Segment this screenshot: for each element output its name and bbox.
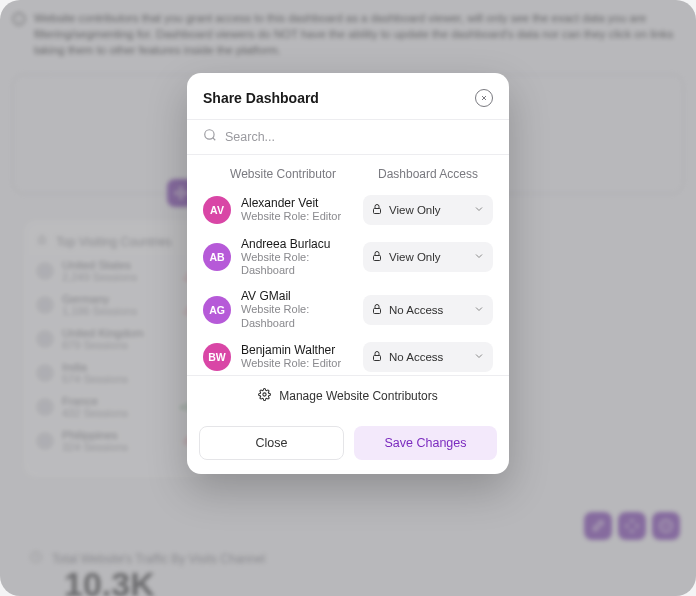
svg-rect-17 bbox=[374, 355, 381, 360]
svg-line-13 bbox=[213, 138, 216, 141]
contributor-name: Benjamin Walther bbox=[241, 343, 353, 357]
access-value: No Access bbox=[389, 304, 443, 316]
contributor-row: AV Alexander Veit Website Role: Editor V… bbox=[199, 189, 497, 231]
contributor-name: Andreea Burlacu bbox=[241, 237, 353, 251]
contributor-role: Website Role: Editor bbox=[241, 357, 353, 370]
close-icon[interactable] bbox=[475, 89, 493, 107]
chevron-down-icon bbox=[473, 203, 485, 217]
avatar: AB bbox=[203, 243, 231, 271]
svg-rect-16 bbox=[374, 308, 381, 313]
svg-point-12 bbox=[205, 130, 214, 139]
svg-rect-15 bbox=[374, 256, 381, 261]
col-access: Dashboard Access bbox=[363, 167, 493, 181]
chevron-down-icon bbox=[473, 303, 485, 317]
avatar: AV bbox=[203, 196, 231, 224]
col-contributor: Website Contributor bbox=[203, 167, 363, 181]
lock-icon bbox=[371, 350, 383, 364]
access-value: No Access bbox=[389, 351, 443, 363]
access-value: View Only bbox=[389, 251, 441, 263]
access-select[interactable]: View Only bbox=[363, 195, 493, 225]
search-input[interactable] bbox=[225, 130, 493, 144]
svg-point-19 bbox=[263, 393, 266, 396]
contributor-name: AV GMail bbox=[241, 289, 353, 303]
contributor-role: Website Role: Dashboard bbox=[241, 251, 353, 277]
save-changes-button[interactable]: Save Changes bbox=[354, 426, 497, 460]
share-dashboard-modal: Share Dashboard Website Contributor Dash… bbox=[187, 73, 509, 474]
contributor-row: AG AV GMail Website Role: Dashboard No A… bbox=[199, 283, 497, 335]
avatar: BW bbox=[203, 343, 231, 371]
chevron-down-icon bbox=[473, 250, 485, 264]
contributor-role: Website Role: Dashboard bbox=[241, 303, 353, 329]
svg-rect-14 bbox=[374, 209, 381, 214]
access-select[interactable]: No Access bbox=[363, 342, 493, 372]
contributor-row: AB Andreea Burlacu Website Role: Dashboa… bbox=[199, 231, 497, 283]
contributor-row: BW Benjamin Walther Website Role: Editor… bbox=[199, 336, 497, 375]
access-value: View Only bbox=[389, 204, 441, 216]
contributor-name: Alexander Veit bbox=[241, 196, 353, 210]
contributor-role: Website Role: Editor bbox=[241, 210, 353, 223]
avatar: AG bbox=[203, 296, 231, 324]
gear-icon bbox=[258, 388, 271, 404]
access-select[interactable]: View Only bbox=[363, 242, 493, 272]
lock-icon bbox=[371, 203, 383, 217]
chevron-down-icon bbox=[473, 350, 485, 364]
manage-contributors-link[interactable]: Manage Website Contributors bbox=[187, 375, 509, 416]
access-select[interactable]: No Access bbox=[363, 295, 493, 325]
modal-overlay: Share Dashboard Website Contributor Dash… bbox=[0, 0, 696, 596]
search-icon bbox=[203, 128, 217, 146]
lock-icon bbox=[371, 303, 383, 317]
close-button[interactable]: Close bbox=[199, 426, 344, 460]
modal-title: Share Dashboard bbox=[203, 90, 319, 106]
lock-icon bbox=[371, 250, 383, 264]
